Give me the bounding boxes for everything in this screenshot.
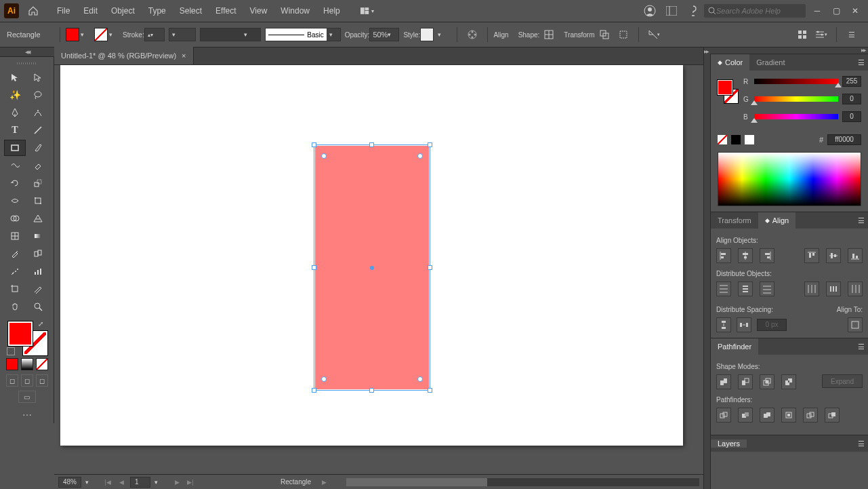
- screen-mode[interactable]: ▭: [18, 391, 36, 403]
- panel-menu-icon[interactable]: ☰: [845, 28, 859, 41]
- color-fill-swatch[interactable]: [718, 80, 732, 95]
- toolbox-grip[interactable]: [4, 60, 49, 66]
- mesh-tool[interactable]: [4, 228, 26, 244]
- opacity-field[interactable]: 50%▾: [369, 28, 399, 41]
- close-button[interactable]: ✕: [850, 6, 860, 16]
- gradient-tool[interactable]: [27, 228, 49, 244]
- align-panel-menu[interactable]: ☰: [854, 212, 868, 229]
- scale-tool[interactable]: [27, 175, 49, 191]
- curvature-tool[interactable]: [27, 104, 49, 121]
- type-tool[interactable]: T: [4, 122, 26, 138]
- artboard-dropdown[interactable]: ▾: [154, 479, 163, 486]
- shape-builder-tool[interactable]: [4, 210, 26, 227]
- document-tab[interactable]: Untitled-1* @ 48 % (RGB/Preview) ×: [54, 47, 194, 64]
- slice-tool[interactable]: [27, 281, 49, 297]
- default-fill-stroke[interactable]: [7, 347, 15, 355]
- minimize-button[interactable]: ─: [812, 6, 822, 16]
- menu-object[interactable]: Object: [104, 2, 142, 20]
- color-mode-btn[interactable]: [6, 358, 18, 370]
- zoom-tool[interactable]: [27, 298, 49, 315]
- symbol-sprayer-tool[interactable]: [4, 263, 26, 279]
- paintbrush-tool[interactable]: [27, 140, 49, 156]
- black-swatch[interactable]: [731, 135, 741, 144]
- edit-clip-icon[interactable]: [617, 28, 630, 41]
- recolor-icon[interactable]: [466, 28, 479, 41]
- prev-artboard[interactable]: ◀: [117, 477, 126, 487]
- variable-width[interactable]: ▾: [200, 28, 261, 41]
- b-slider[interactable]: [754, 114, 838, 119]
- r-slider[interactable]: [754, 79, 838, 84]
- color-panel-menu[interactable]: ☰: [854, 54, 868, 71]
- menu-help[interactable]: Help: [316, 2, 347, 20]
- divide[interactable]: [716, 408, 731, 423]
- dist-hcenter[interactable]: [826, 281, 841, 296]
- align-bottom[interactable]: [848, 248, 863, 263]
- gradient-mode-btn[interactable]: [21, 358, 33, 370]
- isolate-icon[interactable]: [598, 28, 611, 41]
- dist-bottom[interactable]: [760, 281, 774, 296]
- select-similar-icon[interactable]: ▾: [647, 28, 661, 41]
- color-spectrum[interactable]: [718, 152, 861, 206]
- rectangle-shape[interactable]: [315, 146, 429, 389]
- align-top[interactable]: [804, 248, 819, 263]
- expand-button[interactable]: Expand: [822, 374, 863, 388]
- arrange-docs-icon[interactable]: [665, 4, 678, 18]
- fill-dropdown[interactable]: ▾: [81, 31, 89, 38]
- exclude[interactable]: [781, 374, 796, 389]
- draw-normal[interactable]: ◻: [6, 374, 18, 387]
- dist-vcenter[interactable]: [738, 281, 753, 296]
- selection-tool[interactable]: [4, 69, 26, 85]
- white-swatch[interactable]: [745, 135, 754, 144]
- menu-file[interactable]: File: [50, 2, 77, 20]
- minus-back[interactable]: [825, 408, 840, 423]
- outline[interactable]: [803, 408, 818, 423]
- lasso-tool[interactable]: [27, 87, 49, 103]
- rotate-tool[interactable]: [4, 175, 26, 191]
- stroke-profile[interactable]: ▾: [169, 28, 196, 41]
- none-mode-btn[interactable]: [36, 358, 48, 370]
- eraser-tool[interactable]: [27, 157, 49, 174]
- fill-swatch[interactable]: [66, 28, 79, 41]
- rectangle-tool[interactable]: [4, 140, 26, 156]
- zoom-dropdown[interactable]: ▾: [85, 479, 94, 486]
- swap-fill-stroke[interactable]: ⤢: [38, 320, 43, 328]
- unite[interactable]: [716, 374, 731, 389]
- width-tool[interactable]: [4, 193, 26, 209]
- right-panel-collapse[interactable]: [703, 47, 710, 489]
- align-vcenter[interactable]: [826, 248, 841, 263]
- pen-tool[interactable]: [4, 104, 26, 121]
- zoom-field[interactable]: 48%: [58, 477, 81, 488]
- user-icon[interactable]: [643, 4, 657, 18]
- fill-indicator[interactable]: [8, 321, 33, 346]
- line-segment-tool[interactable]: [27, 122, 49, 138]
- hex-field[interactable]: ff0000: [827, 134, 861, 145]
- free-transform-tool[interactable]: [27, 193, 49, 209]
- stroke-weight-field[interactable]: ▴▾: [144, 28, 165, 41]
- dist-right[interactable]: [848, 281, 863, 296]
- align-hcenter[interactable]: [738, 248, 753, 263]
- scrollbar-thumb[interactable]: [346, 478, 487, 486]
- perspective-grid-tool[interactable]: [27, 210, 49, 227]
- g-value[interactable]: 0: [842, 94, 861, 104]
- search-box[interactable]: [704, 4, 806, 18]
- shaper-tool[interactable]: [4, 157, 26, 174]
- maximize-button[interactable]: ▢: [831, 6, 841, 16]
- pathfinder-panel-menu[interactable]: ☰: [854, 338, 868, 355]
- gradient-tab[interactable]: Gradient: [749, 54, 791, 71]
- minus-front[interactable]: [738, 374, 753, 389]
- dist-left[interactable]: [804, 281, 819, 296]
- blend-tool[interactable]: [27, 246, 49, 262]
- color-tab[interactable]: ◆Color: [711, 54, 749, 71]
- artboard-tool[interactable]: [4, 281, 26, 297]
- workspace-switcher[interactable]: ▾: [360, 4, 374, 18]
- right-panel-expand[interactable]: [710, 47, 868, 54]
- style-swatch[interactable]: [420, 28, 434, 41]
- none-swatch[interactable]: [718, 135, 727, 144]
- align-tab[interactable]: ◆Align: [758, 212, 795, 229]
- spacing-value[interactable]: 0 px: [757, 319, 787, 331]
- horizontal-scrollbar[interactable]: [346, 478, 699, 486]
- transform-tab[interactable]: Transform: [711, 212, 758, 229]
- merge[interactable]: [760, 408, 774, 423]
- layers-panel-menu[interactable]: ☰: [854, 439, 868, 448]
- dist-space-h[interactable]: [737, 317, 751, 332]
